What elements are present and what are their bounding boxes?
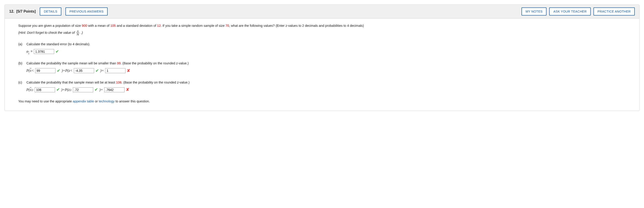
part-b-q-val: 99 — [117, 61, 120, 65]
appendix-table-link[interactable]: appendix table — [73, 100, 94, 103]
part-a: (a) Calculate the standard error (to 4 d… — [18, 42, 626, 55]
cross-icon: ✘ — [126, 87, 129, 93]
hint-pre: (Hint: Don't forget to check the value o… — [18, 30, 75, 35]
part-b: (b) Calculate the probability the sample… — [18, 61, 626, 74]
footer-post: to answer this question. — [115, 100, 150, 103]
part-b-pxbar: P(x< — [26, 68, 34, 73]
intro-sd: 12 — [157, 24, 161, 27]
part-b-label: (b) — [18, 61, 23, 74]
part-c-q-post: . (Base the probability on the rounded z… — [122, 81, 190, 84]
intro-text: Suppose you are given a population of si… — [18, 23, 626, 28]
part-b-input-1[interactable] — [35, 68, 56, 73]
part-c-q-pre: Calculate the probability that the sampl… — [26, 81, 116, 84]
hint-text: (Hint: Don't forget to check the value o… — [18, 30, 626, 36]
header-left: 12. [5/7 Points] DETAILS PREVIOUS ANSWER… — [9, 7, 108, 15]
part-b-mid1: )=P(z< — [62, 68, 72, 73]
hint-fraction-num: n — [76, 30, 79, 33]
question-number-text: 12. — [9, 9, 14, 13]
part-c-input-3[interactable] — [104, 87, 124, 92]
part-c-mid2: )= — [99, 87, 103, 93]
part-b-question: Calculate the probability the sample mea… — [26, 61, 626, 66]
part-c-input-2[interactable] — [73, 87, 93, 92]
check-icon: ✔ — [56, 87, 60, 93]
check-icon: ✔ — [57, 68, 60, 74]
part-c-label: (c) — [18, 80, 23, 93]
footer-note: You may need to use the appropriate appe… — [18, 99, 626, 104]
part-b-q-post: . (Base the probability on the rounded z… — [121, 61, 189, 65]
part-c-q-val: 106 — [116, 81, 122, 84]
intro-mid1: with a mean of — [87, 24, 110, 27]
footer-pre: You may need to use the appropriate — [18, 100, 73, 103]
part-b-mid2: )= — [100, 68, 104, 73]
my-notes-button[interactable]: MY NOTES — [522, 7, 546, 15]
part-b-input-2[interactable] — [74, 68, 94, 73]
part-a-eq: = — [31, 49, 32, 54]
question-number: 12. [5/7 Points] — [9, 9, 36, 13]
part-a-label: (a) — [18, 42, 23, 55]
part-c-input-1[interactable] — [35, 87, 55, 92]
hint-post: .) — [81, 30, 83, 35]
ask-teacher-button[interactable]: ASK YOUR TEACHER — [549, 7, 590, 15]
part-a-answer-row: σx= ✔ — [26, 49, 626, 55]
cross-icon: ✘ — [127, 68, 130, 74]
sigma-xbar-sub: x — [28, 52, 29, 55]
practice-another-button[interactable]: PRACTICE ANOTHER — [594, 7, 635, 15]
part-a-input[interactable] — [34, 49, 54, 54]
intro-sample-size: 70 — [226, 24, 229, 27]
technology-link[interactable]: technology — [99, 100, 115, 103]
previous-answers-button[interactable]: PREVIOUS ANSWERS — [66, 7, 108, 15]
part-c-answer-row: P(x≥ ✔ )=P(z≥ ✔ )= ✘ — [26, 87, 626, 93]
part-b-input-3[interactable] — [105, 68, 126, 73]
part-a-question: Calculate the standard error (to 4 decim… — [26, 42, 626, 47]
hint-fraction-den: N — [76, 33, 80, 36]
check-icon: ✔ — [56, 49, 59, 55]
part-c-mid1: )=P(z≥ — [61, 87, 72, 93]
header-right: MY NOTES ASK YOUR TEACHER PRACTICE ANOTH… — [522, 7, 635, 15]
intro-mean: 105 — [110, 24, 116, 27]
part-b-answer-row: P(x< ✔ )=P(z< ✔ )= ✘ — [26, 68, 626, 74]
question-header: 12. [5/7 Points] DETAILS PREVIOUS ANSWER… — [5, 5, 639, 18]
footer-mid: or — [94, 100, 99, 103]
details-button[interactable]: DETAILS — [40, 7, 61, 15]
question-points: [5/7 Points] — [16, 9, 36, 13]
intro-post: , what are the following values? (Enter … — [229, 24, 364, 27]
intro-mid3: . If you take a simple random sample of … — [161, 24, 226, 27]
intro-pre1: Suppose you are given a population of si… — [18, 24, 82, 27]
hint-fraction: n N — [76, 30, 80, 36]
check-icon: ✔ — [94, 87, 98, 93]
intro-mid2: and a standard deviation of — [116, 24, 157, 27]
question-container: 12. [5/7 Points] DETAILS PREVIOUS ANSWER… — [4, 4, 640, 111]
part-c-question: Calculate the probability that the sampl… — [26, 80, 626, 85]
check-icon: ✔ — [96, 68, 99, 74]
part-c: (c) Calculate the probability that the s… — [18, 80, 626, 93]
part-c-pxbar: P(x≥ — [26, 87, 34, 93]
question-body: Suppose you are given a population of si… — [5, 18, 639, 111]
intro-pop-size: 900 — [82, 24, 87, 27]
part-b-q-pre: Calculate the probability the sample mea… — [26, 61, 117, 65]
sigma-xbar-symbol: σx — [26, 49, 29, 54]
